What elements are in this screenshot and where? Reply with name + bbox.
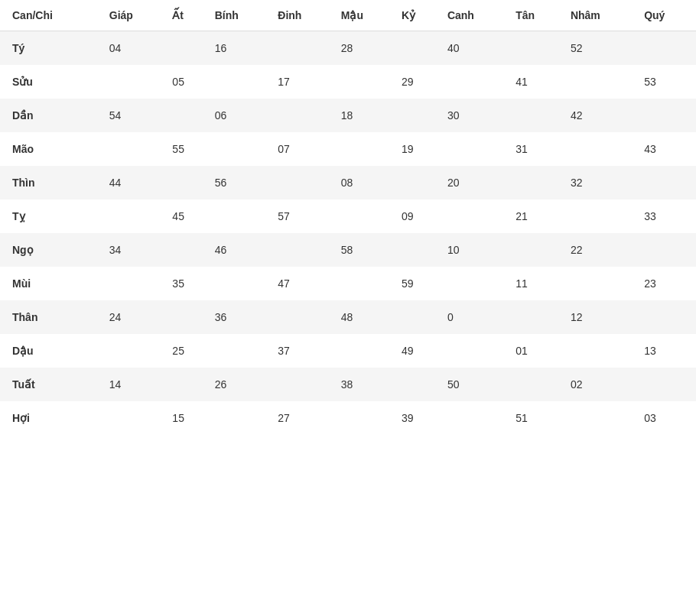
cell-3-0: Mão bbox=[0, 132, 103, 166]
cell-8-3: 36 bbox=[209, 300, 272, 334]
cell-7-9 bbox=[564, 267, 638, 300]
cell-9-5 bbox=[335, 334, 395, 368]
header-cell-3: Bính bbox=[209, 0, 272, 31]
cell-9-2: 25 bbox=[166, 334, 208, 368]
header-cell-5: Mậu bbox=[335, 0, 395, 31]
cell-0-8 bbox=[509, 31, 564, 66]
cell-2-10 bbox=[638, 99, 696, 132]
cell-3-8: 31 bbox=[509, 132, 564, 166]
table-row: Thìn4456082032 bbox=[0, 166, 696, 199]
cell-4-0: Thìn bbox=[0, 166, 103, 199]
cell-0-7: 40 bbox=[441, 31, 509, 66]
cell-11-2: 15 bbox=[166, 401, 208, 435]
cell-6-7: 10 bbox=[441, 233, 509, 267]
table-row: Tý0416284052 bbox=[0, 31, 696, 66]
cell-7-7 bbox=[441, 267, 509, 300]
header-cell-8: Tân bbox=[509, 0, 564, 31]
cell-10-5: 38 bbox=[335, 368, 395, 401]
table-row: Hợi1527395103 bbox=[0, 401, 696, 435]
cell-1-0: Sửu bbox=[0, 65, 103, 99]
cell-9-8: 01 bbox=[509, 334, 564, 368]
header-row: Can/ChiGiápẤtBínhĐinhMậuKỷCanhTânNhâmQuý bbox=[0, 0, 696, 31]
cell-3-4: 07 bbox=[272, 132, 335, 166]
cell-8-10 bbox=[638, 300, 696, 334]
cell-9-7 bbox=[441, 334, 509, 368]
cell-1-6: 29 bbox=[395, 65, 441, 99]
cell-8-7: 0 bbox=[441, 300, 509, 334]
cell-6-10 bbox=[638, 233, 696, 267]
cell-8-1: 24 bbox=[103, 300, 167, 334]
cell-0-4 bbox=[272, 31, 335, 66]
cell-9-3 bbox=[209, 334, 272, 368]
cell-8-4 bbox=[272, 300, 335, 334]
cell-6-0: Ngọ bbox=[0, 233, 103, 267]
cell-6-1: 34 bbox=[103, 233, 167, 267]
cell-3-7 bbox=[441, 132, 509, 166]
cell-2-9: 42 bbox=[564, 99, 638, 132]
cell-4-10 bbox=[638, 166, 696, 199]
cell-1-8: 41 bbox=[509, 65, 564, 99]
cell-5-8: 21 bbox=[509, 199, 564, 233]
cell-3-2: 55 bbox=[166, 132, 208, 166]
cell-8-5: 48 bbox=[335, 300, 395, 334]
cell-9-9 bbox=[564, 334, 638, 368]
cell-2-2 bbox=[166, 99, 208, 132]
cell-3-5 bbox=[335, 132, 395, 166]
cell-3-9 bbox=[564, 132, 638, 166]
can-chi-table: Can/ChiGiápẤtBínhĐinhMậuKỷCanhTânNhâmQuý… bbox=[0, 0, 696, 435]
cell-7-10: 23 bbox=[638, 267, 696, 300]
cell-0-3: 16 bbox=[209, 31, 272, 66]
cell-10-4 bbox=[272, 368, 335, 401]
cell-1-1 bbox=[103, 65, 167, 99]
table-row: Mùi3547591123 bbox=[0, 267, 696, 300]
cell-0-2 bbox=[166, 31, 208, 66]
header-cell-10: Quý bbox=[638, 0, 696, 31]
cell-5-0: Tỵ bbox=[0, 199, 103, 233]
cell-10-2 bbox=[166, 368, 208, 401]
cell-1-7 bbox=[441, 65, 509, 99]
table-body: Tý0416284052Sửu0517294153Dần5406183042Mã… bbox=[0, 31, 696, 436]
cell-10-1: 14 bbox=[103, 368, 167, 401]
cell-5-3 bbox=[209, 199, 272, 233]
cell-4-3: 56 bbox=[209, 166, 272, 199]
cell-11-5 bbox=[335, 401, 395, 435]
cell-4-6 bbox=[395, 166, 441, 199]
cell-8-8 bbox=[509, 300, 564, 334]
cell-5-9 bbox=[564, 199, 638, 233]
cell-2-7: 30 bbox=[441, 99, 509, 132]
cell-4-8 bbox=[509, 166, 564, 199]
cell-7-6: 59 bbox=[395, 267, 441, 300]
cell-11-0: Hợi bbox=[0, 401, 103, 435]
cell-11-1 bbox=[103, 401, 167, 435]
header-cell-1: Giáp bbox=[103, 0, 167, 31]
table-row: Dậu2537490113 bbox=[0, 334, 696, 368]
table-row: Ngọ3446581022 bbox=[0, 233, 696, 267]
cell-6-4 bbox=[272, 233, 335, 267]
cell-11-10: 03 bbox=[638, 401, 696, 435]
cell-0-9: 52 bbox=[564, 31, 638, 66]
cell-0-10 bbox=[638, 31, 696, 66]
cell-6-3: 46 bbox=[209, 233, 272, 267]
cell-3-6: 19 bbox=[395, 132, 441, 166]
cell-2-3: 06 bbox=[209, 99, 272, 132]
cell-7-4: 47 bbox=[272, 267, 335, 300]
cell-4-1: 44 bbox=[103, 166, 167, 199]
table-row: Tuất1426385002 bbox=[0, 368, 696, 401]
cell-11-7 bbox=[441, 401, 509, 435]
cell-5-2: 45 bbox=[166, 199, 208, 233]
cell-8-2 bbox=[166, 300, 208, 334]
cell-7-5 bbox=[335, 267, 395, 300]
cell-3-3 bbox=[209, 132, 272, 166]
cell-2-0: Dần bbox=[0, 99, 103, 132]
cell-11-4: 27 bbox=[272, 401, 335, 435]
cell-1-2: 05 bbox=[166, 65, 208, 99]
cell-11-9 bbox=[564, 401, 638, 435]
cell-2-1: 54 bbox=[103, 99, 167, 132]
cell-9-10: 13 bbox=[638, 334, 696, 368]
cell-9-0: Dậu bbox=[0, 334, 103, 368]
cell-2-5: 18 bbox=[335, 99, 395, 132]
cell-9-1 bbox=[103, 334, 167, 368]
cell-4-7: 20 bbox=[441, 166, 509, 199]
cell-5-1 bbox=[103, 199, 167, 233]
cell-3-10: 43 bbox=[638, 132, 696, 166]
